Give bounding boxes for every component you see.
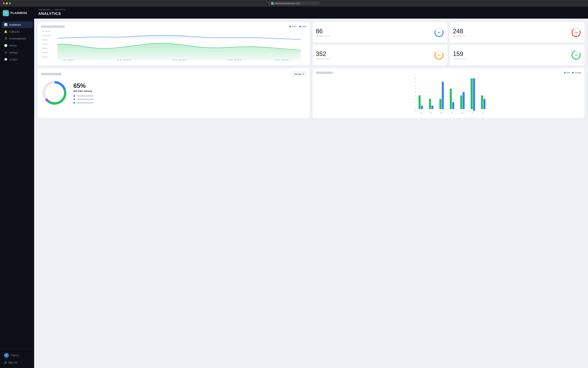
sidebar-item-history[interactable]: 🕐 History [1,42,33,49]
donut-legend [74,95,93,104]
svg-text:9: 9 [415,81,416,83]
legend-2024-label: 2024 [302,25,306,28]
line-chart-card: 2023 2024 [37,22,310,65]
month-label: January [294,73,302,75]
settings-icon: ⚙ [4,51,8,54]
stat-donut-label: 352 [437,54,441,56]
stat-card-159: 159 159 [450,45,585,65]
stat-bar [453,58,467,59]
legend-bar [76,102,93,103]
sidebar-footer: T Thijmen ⏻ Sign Out [0,349,34,368]
stat-donut: 159 [571,50,581,60]
sidebar-item-label: Contact [9,58,18,61]
bar-legend: Net Growth [564,72,581,74]
calls-label: 853 Calls January [74,90,93,92]
legend-item-purple [74,95,93,97]
legend-net: Net [564,72,570,74]
svg-text:6: 6 [415,91,416,93]
dashboard-icon: 📊 [4,23,8,26]
svg-text:15 PM: 15 PM [172,59,186,61]
stat-bar-fill [316,58,323,59]
percentage-value: 65% [74,82,93,89]
logo-icon: ✦ [3,10,9,16]
sidebar-item-knowledgebank[interactable]: 🗄 Knowledgebank [1,35,33,42]
sidebar-item-label: Callbacks [9,30,20,33]
svg-text:Jul: Jul [482,112,484,114]
knowledgebank-icon: 🗄 [4,37,8,40]
svg-text:30: 30 [42,56,47,58]
bar-apr-growth [452,102,454,109]
svg-text:60: 60 [42,48,47,49]
callbacks-icon: 🔔 [4,30,8,33]
stat-bar-fill [453,58,462,59]
legend-item-green [74,99,93,100]
legend-dot-purple [74,95,75,97]
donut-svg-wrapper [41,79,68,107]
legend-bar [76,95,93,97]
sign-out-icon: ⏻ [4,361,7,364]
chevron-down-icon: ▾ [303,73,304,75]
main-content: DASHBOARD > ANALYTICS ANALYTICS 2023 [34,7,588,368]
minimize-button[interactable] [6,2,8,4]
close-button[interactable] [3,2,5,4]
legend-item-blue [74,102,93,104]
svg-text:3: 3 [415,101,416,103]
sidebar-item-dashboard[interactable]: 📊 Dashboard [1,21,33,28]
stat-card-352: 352 352 [312,45,448,65]
bar-feb-net [429,99,431,109]
sign-out-label: Sign Out [8,361,18,364]
bar-jul-growth [483,99,486,109]
stat-bar [453,36,467,37]
sidebar-item-settings[interactable]: ⚙ Settings [1,49,33,56]
bar-chart-svg: 10 9 8 7 6 5 4 3 2 1 0 [316,77,581,114]
svg-text:2: 2 [415,105,416,107]
contact-icon: 💬 [4,58,8,61]
bar-jul-net [481,95,483,109]
user-profile[interactable]: T Thijmen [3,352,31,359]
sidebar-item-callbacks[interactable]: 🔔 Callbacks [1,28,33,35]
stat-value: 86 [316,28,330,34]
fullscreen-button[interactable] [9,2,11,4]
stat-donut: 352 [434,50,444,60]
breadcrumb-home: DASHBOARD [38,9,51,11]
url-text: dashboard.plainwise.com [275,2,300,5]
bottom-row: January ▾ [37,68,585,118]
stat-donut-label: 159 [575,54,578,56]
stat-donut: 86 [434,27,444,37]
sidebar-item-contact[interactable]: 💬 Contact [1,56,33,63]
sidebar-item-label: Knowledgebank [9,37,26,40]
bar-feb-growth [431,106,433,109]
sidebar-item-label: History [9,44,17,47]
legend-dot-green [74,99,75,100]
stat-bar-fill [453,36,461,37]
chart-title-placeholder [41,25,65,28]
legend-growth-dot [572,72,574,74]
svg-text:18 PM: 18 PM [227,59,241,61]
stat-left: 352 [316,51,330,59]
svg-text:75: 75 [42,43,47,45]
donut-stats: 65% 853 Calls January [74,82,93,104]
stat-donut: 248 [571,27,581,37]
top-row: 2023 2024 [37,22,585,65]
month-select[interactable]: January ▾ [292,72,306,76]
svg-text:120: 120 [42,31,50,32]
page-title: ANALYTICS [38,11,584,16]
address-bar[interactable]: dashboard.plainwise.com [268,1,320,5]
svg-text:9 AM: 9 AM [63,59,74,61]
header: DASHBOARD > ANALYTICS ANALYTICS [34,7,588,18]
svg-text:5: 5 [415,95,416,96]
svg-text:Jan: Jan [419,112,422,114]
stat-left: 86 [316,28,330,37]
stat-value: 159 [453,51,467,57]
user-name: Thijmen [10,354,19,357]
legend-2024-dot [299,26,301,28]
stat-left: 248 [453,28,467,37]
sign-out-button[interactable]: ⏻ Sign Out [3,360,31,365]
donut-chart-card: January ▾ [37,68,310,118]
bar-mar-growth [442,82,444,109]
svg-text:0: 0 [415,110,416,112]
svg-text:90: 90 [42,39,47,41]
stat-bar [316,58,330,59]
sidebar-nav: 📊 Dashboard 🔔 Callbacks 🗄 Knowledgebank … [0,20,34,349]
svg-text:8: 8 [415,84,416,86]
